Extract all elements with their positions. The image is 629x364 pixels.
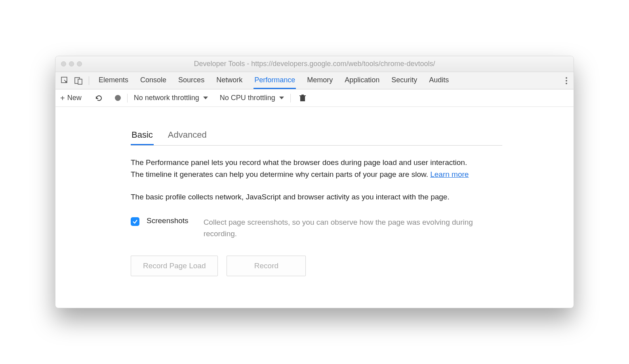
network-throttle-label: No network throttling bbox=[134, 94, 199, 102]
separator bbox=[89, 76, 89, 85]
tab-performance[interactable]: Performance bbox=[254, 72, 296, 89]
trash-icon[interactable] bbox=[297, 93, 308, 104]
screenshots-description: Collect page screenshots, so you can obs… bbox=[204, 216, 479, 240]
tab-audits[interactable]: Audits bbox=[428, 72, 450, 89]
chevron-down-icon bbox=[203, 97, 208, 99]
screenshots-checkbox[interactable] bbox=[131, 217, 139, 226]
svg-rect-4 bbox=[299, 95, 306, 96]
window-title: Developer Tools - https://developers.goo… bbox=[55, 60, 574, 68]
performance-toolbar: + New No network throttling No CPU throt… bbox=[55, 89, 574, 107]
learn-more-link[interactable]: Learn more bbox=[430, 170, 469, 178]
basic-description: The basic profile collects network, Java… bbox=[131, 191, 479, 203]
cpu-throttle-label: No CPU throttling bbox=[220, 94, 275, 102]
tab-network[interactable]: Network bbox=[215, 72, 243, 89]
screenshots-label: Screenshots bbox=[147, 216, 189, 225]
new-recording-button[interactable]: + New bbox=[60, 94, 82, 102]
svg-rect-2 bbox=[78, 79, 82, 84]
main-toolbar: Elements Console Sources Network Perform… bbox=[55, 72, 574, 89]
separator bbox=[290, 94, 291, 102]
intro-paragraph: The Performance panel lets you record wh… bbox=[131, 157, 479, 180]
chevron-down-icon bbox=[279, 97, 284, 99]
screenshots-option-row: Screenshots Collect page screenshots, so… bbox=[131, 216, 479, 240]
record-button[interactable]: Record bbox=[227, 256, 306, 276]
profile-type-tabs: Basic Advanced bbox=[131, 127, 502, 146]
plus-icon: + bbox=[60, 94, 65, 102]
tab-advanced[interactable]: Advanced bbox=[167, 127, 208, 145]
tab-elements[interactable]: Elements bbox=[98, 72, 129, 89]
tab-application[interactable]: Application bbox=[344, 72, 380, 89]
window-titlebar: Developer Tools - https://developers.goo… bbox=[55, 56, 574, 72]
device-toolbar-icon[interactable] bbox=[73, 75, 84, 86]
tab-sources[interactable]: Sources bbox=[177, 72, 205, 89]
devtools-window: Developer Tools - https://developers.goo… bbox=[55, 56, 574, 308]
cpu-throttle-select[interactable]: No CPU throttling bbox=[220, 94, 284, 102]
tab-memory[interactable]: Memory bbox=[306, 72, 334, 89]
more-menu-icon[interactable] bbox=[566, 77, 567, 84]
intro-text: The Performance panel lets you record wh… bbox=[131, 158, 467, 178]
record-indicator-icon[interactable] bbox=[115, 95, 121, 101]
main-tabs: Elements Console Sources Network Perform… bbox=[98, 72, 558, 89]
record-page-load-button[interactable]: Record Page Load bbox=[131, 256, 218, 276]
svg-rect-3 bbox=[300, 96, 305, 101]
inspect-icon[interactable] bbox=[59, 75, 71, 86]
separator bbox=[127, 94, 128, 102]
reload-icon[interactable] bbox=[93, 93, 105, 104]
performance-panel-body: Basic Advanced The Performance panel let… bbox=[55, 107, 574, 307]
record-buttons-row: Record Page Load Record bbox=[131, 256, 502, 276]
tab-console[interactable]: Console bbox=[139, 72, 167, 89]
tab-security[interactable]: Security bbox=[391, 72, 418, 89]
tab-basic[interactable]: Basic bbox=[131, 127, 154, 145]
new-label: New bbox=[67, 94, 82, 102]
svg-rect-5 bbox=[301, 95, 304, 95]
network-throttle-select[interactable]: No network throttling bbox=[134, 94, 208, 102]
